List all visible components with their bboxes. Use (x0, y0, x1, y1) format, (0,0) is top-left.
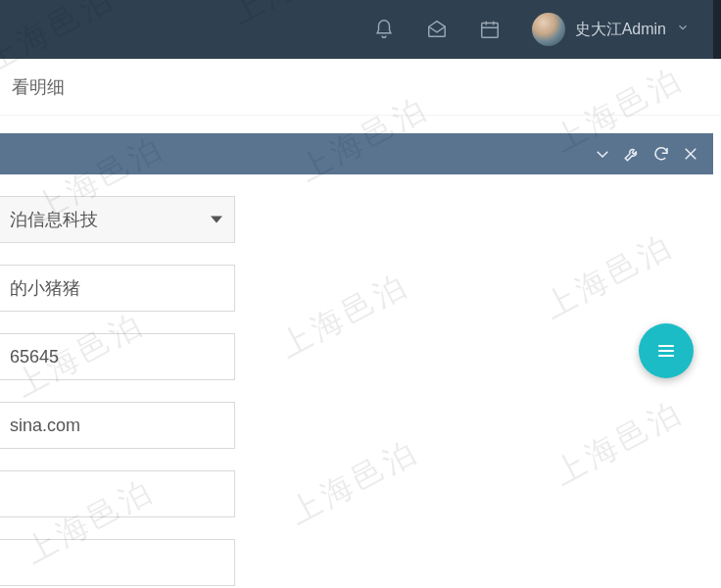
blank-field-2[interactable] (0, 539, 235, 586)
breadcrumb-text: 看明细 (12, 75, 65, 99)
close-icon[interactable] (682, 145, 699, 163)
nickname-value: 的小猪猪 (10, 276, 80, 300)
chevron-down-icon (676, 21, 690, 38)
avatar (532, 13, 565, 46)
form-column: 泊信息科技 的小猪猪 65645 sina.com (0, 196, 235, 586)
calendar-icon[interactable] (479, 19, 501, 40)
user-name-label: 史大江Admin (575, 20, 666, 40)
refresh-icon[interactable] (652, 145, 670, 163)
chevron-down-icon[interactable] (594, 145, 611, 163)
nickname-field[interactable]: 的小猪猪 (0, 265, 235, 312)
number-field[interactable]: 65645 (0, 333, 235, 380)
email-field[interactable]: sina.com (0, 402, 235, 449)
topbar-right-edge (713, 0, 721, 59)
watermark-text: 上海邑泊 (272, 264, 417, 368)
bell-icon[interactable] (373, 19, 395, 40)
company-select-value: 泊信息科技 (10, 208, 98, 231)
email-value: sina.com (10, 416, 80, 436)
blank-field-1[interactable] (0, 470, 235, 517)
watermark-text: 上海邑泊 (547, 391, 692, 495)
number-value: 65645 (10, 347, 59, 368)
user-menu[interactable]: 史大江Admin (532, 13, 690, 46)
wrench-icon[interactable] (623, 145, 641, 163)
menu-icon (654, 339, 678, 363)
envelope-open-icon[interactable] (426, 19, 448, 40)
watermark-text: 上海邑泊 (537, 224, 682, 328)
company-select[interactable]: 泊信息科技 (0, 196, 235, 243)
panel-header (0, 133, 713, 174)
svg-rect-0 (481, 24, 498, 38)
floating-menu-button[interactable] (639, 323, 694, 378)
top-navbar: 史大江Admin (0, 0, 721, 59)
breadcrumb: 看明细 (0, 59, 721, 116)
watermark-text: 上海邑泊 (282, 430, 427, 534)
